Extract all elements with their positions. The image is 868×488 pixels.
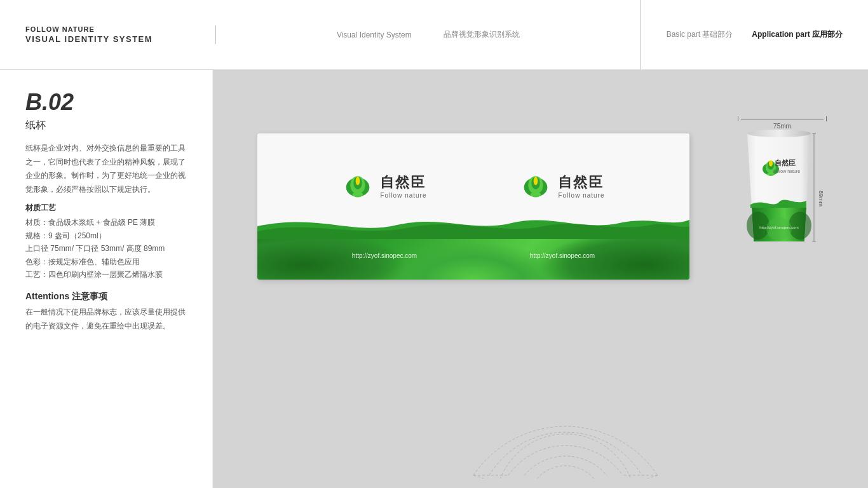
content-area: ♻ Follow nature: [213, 70, 868, 488]
logo-icon-2: [520, 170, 552, 202]
logo-cn-2: 自然臣: [558, 173, 604, 192]
svg-text:自然臣: 自然臣: [775, 159, 796, 166]
website-2: http://zyof.sinopec.com: [530, 252, 595, 259]
svg-point-3: [356, 177, 360, 185]
green-blob-center: [387, 241, 560, 280]
page-code: B.02: [25, 89, 187, 116]
spec-craft: 工艺：四色印刷内壁涂一层聚乙烯隔水膜: [25, 268, 187, 281]
spec-diameter: 上口径 75mm/ 下口径 53mm/ 高度 89mm: [25, 242, 187, 255]
nav-en-label[interactable]: Visual Identity System: [337, 30, 412, 39]
brand-identity: FOLLOW NATURE VISUAL IDENTITY SYSTEM: [25, 25, 216, 44]
spec-material: 材质：食品级木浆纸 + 食品级 PE 薄膜: [25, 216, 187, 229]
logo-group-1: 自然臣 Follow nature: [342, 170, 426, 202]
attentions-title: Attentions 注意事项: [25, 291, 187, 302]
svg-text:http://zyof.sinopec.com: http://zyof.sinopec.com: [759, 226, 798, 229]
svg-text:89mm: 89mm: [818, 191, 824, 207]
svg-line-32: [473, 475, 566, 478]
logo-text-1: 自然臣 Follow nature: [380, 173, 426, 199]
header-nav-center: Visual Identity System 品牌视觉形象识别系统: [216, 0, 641, 69]
svg-text:Follow nature: Follow nature: [773, 169, 800, 173]
brand-title-line1: FOLLOW NATURE: [25, 25, 203, 33]
brand-title-line2: VISUAL IDENTITY SYSTEM: [25, 34, 203, 44]
header-nav-right: Basic part 基础部分 Application part 应用部分: [641, 29, 843, 40]
page-title-cn: 纸杯: [25, 119, 187, 132]
logo-text-2: 自然臣 Follow nature: [558, 173, 604, 199]
spec-size: 规格：9 盎司（250ml）: [25, 229, 187, 242]
svg-line-33: [566, 475, 658, 478]
header: FOLLOW NATURE VISUAL IDENTITY SYSTEM Vis…: [0, 0, 868, 70]
dim-width-line: [738, 116, 827, 121]
svg-point-25: [747, 130, 811, 137]
sidebar: B.02 纸杯 纸杯是企业对内、对外交换信息的最重要的工具之一，它同时也代表了企…: [0, 70, 213, 488]
svg-point-34: [527, 466, 604, 478]
spec-color: 色彩：按规定标准色、辅助色应用: [25, 255, 187, 268]
logo-icon-1: [342, 170, 374, 202]
attentions-text: 在一般情况下使用品牌标志，应该尽量使用提供的电子资源文件，避免在重绘中出现误差。: [25, 306, 187, 333]
logo-en-2: Follow nature: [558, 192, 604, 199]
svg-point-4: [353, 192, 363, 197]
cup-3d-container: 自然臣 Follow nature http://zyof.sinopec.co…: [731, 127, 827, 254]
description-text: 纸杯是企业对内、对外交换信息的最重要的工具之一，它同时也代表了企业的精神风貌，展…: [25, 142, 187, 196]
svg-point-20: [769, 160, 773, 166]
wave-divider: [257, 214, 689, 239]
cup-3d-svg: 自然臣 Follow nature http://zyof.sinopec.co…: [731, 127, 827, 251]
cup-template-svg: .dash-line { stroke: #aaa; stroke-width:…: [454, 358, 677, 478]
cup-flat-design: ♻ Follow nature: [257, 133, 689, 280]
nav-cn-label[interactable]: 品牌视觉形象识别系统: [444, 29, 520, 40]
logo-group-2: 自然臣 Follow nature: [520, 170, 604, 202]
cup-template-fan: .dash-line { stroke: #aaa; stroke-width:…: [454, 358, 677, 478]
nav-application-part[interactable]: Application part 应用部分: [752, 29, 843, 40]
website-1: http://zyof.sinopec.com: [352, 252, 417, 259]
svg-point-9: [531, 192, 541, 197]
logo-cn-1: 自然臣: [380, 173, 426, 192]
nav-basic-part[interactable]: Basic part 基础部分: [667, 29, 733, 40]
spec-title: 材质工艺: [25, 203, 187, 214]
svg-point-8: [534, 177, 538, 185]
main-layout: B.02 纸杯 纸杯是企业对内、对外交换信息的最重要的工具之一，它同时也代表了企…: [0, 70, 868, 488]
cup-flat-wrapper: ♻ Follow nature: [257, 133, 689, 280]
logo-en-1: Follow nature: [380, 192, 426, 199]
